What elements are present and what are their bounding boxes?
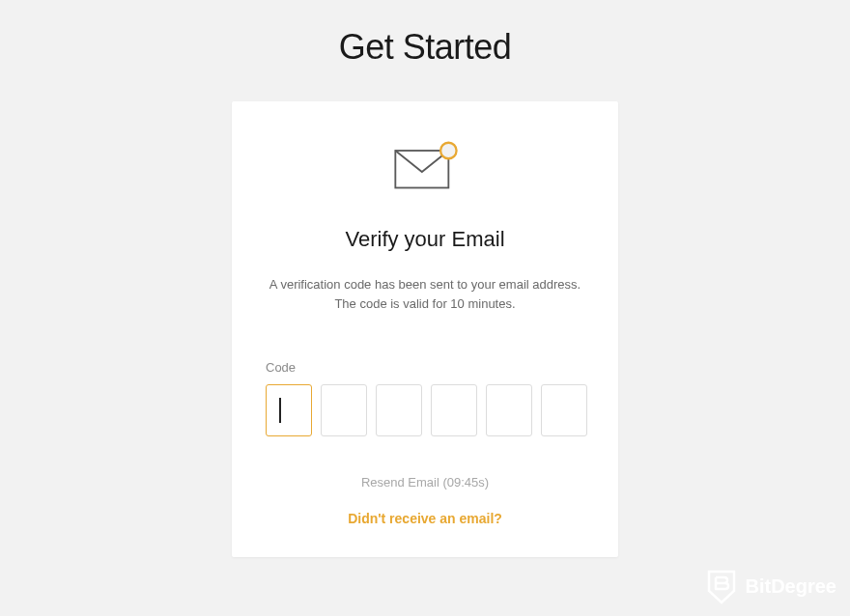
code-digit-5[interactable] bbox=[486, 384, 532, 436]
card-heading: Verify your Email bbox=[266, 227, 584, 252]
envelope-notification-icon bbox=[389, 140, 462, 193]
description-line-1: A verification code has been sent to you… bbox=[269, 277, 581, 292]
envelope-icon-wrapper bbox=[266, 140, 584, 193]
verification-card: Verify your Email A verification code ha… bbox=[232, 101, 618, 557]
description-line-2: The code is valid for 10 minutes. bbox=[334, 296, 515, 311]
code-digit-6[interactable] bbox=[541, 384, 587, 436]
watermark: BitDegree bbox=[705, 568, 836, 604]
code-digit-4[interactable] bbox=[431, 384, 477, 436]
code-input-group bbox=[266, 384, 584, 436]
card-description: A verification code has been sent to you… bbox=[266, 275, 584, 314]
code-digit-3[interactable] bbox=[376, 384, 422, 436]
code-digit-2[interactable] bbox=[321, 384, 367, 436]
main-container: Get Started Verify your Email A verifica… bbox=[0, 0, 850, 557]
bitdegree-shield-icon bbox=[705, 568, 738, 604]
code-field-label: Code bbox=[266, 360, 584, 375]
watermark-brand-text: BitDegree bbox=[746, 575, 836, 598]
help-link[interactable]: Didn't receive an email? bbox=[266, 511, 584, 526]
svg-point-1 bbox=[440, 143, 457, 159]
code-digit-1[interactable] bbox=[266, 384, 312, 436]
resend-email-timer: Resend Email (09:45s) bbox=[266, 475, 584, 490]
page-title: Get Started bbox=[339, 27, 512, 68]
